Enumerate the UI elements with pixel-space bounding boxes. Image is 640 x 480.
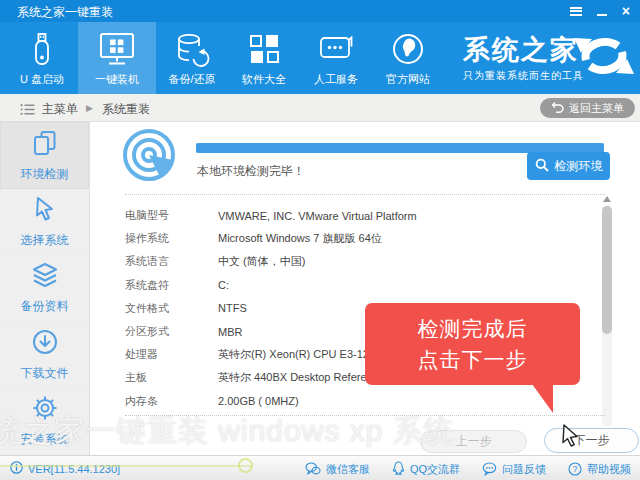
nav-tab-backup-restore[interactable]: 备份/还原 (156, 22, 228, 94)
nav-tab-label: U 盘启动 (20, 72, 64, 87)
nav-tab-official-website[interactable]: 官方网站 (372, 22, 444, 94)
scroll-up-icon[interactable] (603, 196, 611, 202)
spec-value: MBR (218, 326, 242, 338)
window-title: 系统之家一键重装 (17, 4, 113, 21)
spec-label: 处理器 (125, 347, 218, 362)
sidebar-item-label: 选择系统 (21, 232, 69, 249)
select-system-icon (30, 194, 60, 227)
status-link-label: 微信客服 (326, 462, 370, 477)
status-link-label: 问题反馈 (502, 462, 546, 477)
spec-label: 操作系统 (125, 231, 218, 246)
qq-group-link[interactable]: QQ交流群 (392, 461, 460, 478)
spec-label: 内存条 (125, 394, 218, 409)
status-link-label: QQ交流群 (410, 462, 460, 477)
spec-value: C: (218, 279, 229, 291)
qq-icon (392, 461, 405, 478)
breadcrumb-current-page: 系统重装 (102, 101, 150, 118)
spec-value: VMWARE, INC. VMware Virtual Platform (218, 210, 417, 222)
main-content: 本地环境检测完毕！ 检测环境 电脑型号VMWARE, INC. VMware V… (90, 122, 640, 455)
sidebar-item-backup-data[interactable]: 备份资料 (0, 255, 89, 322)
spec-row: 系统语言中文 (简体，中国) (125, 250, 580, 273)
video-scrubber-line (0, 465, 252, 467)
spec-row: 电脑型号VMWARE, INC. VMware Virtual Platform (125, 204, 580, 227)
breadcrumb: 主菜单 ▶ 系统重装 返回主菜单 (0, 94, 640, 122)
app-window: 系统之家一键重装 × U 盘启动 一键装机 备份/还原 (0, 0, 640, 480)
wechat-support-link[interactable]: 微信客服 (305, 461, 370, 478)
sidebar-item-env-detect[interactable]: 环境检测 (0, 122, 89, 189)
usb-drive-icon (30, 29, 54, 69)
search-icon (535, 158, 549, 175)
help-video-link[interactable]: ? 帮助视频 (568, 461, 631, 478)
nav-tab-one-key-install[interactable]: 一键装机 (78, 22, 156, 94)
brand-logo: 系统之家 只为重装系统而生的工具 (440, 22, 640, 94)
return-button-label: 返回主菜单 (569, 101, 624, 116)
video-scrubber-knob (238, 458, 253, 473)
one-key-install-icon (98, 29, 136, 69)
mouse-cursor-icon (560, 424, 581, 451)
spec-value: 2.00GB ( 0MHZ) (218, 395, 299, 407)
download-file-icon (30, 327, 60, 360)
menu-list-icon (20, 102, 35, 120)
info-icon (10, 461, 23, 476)
spec-label: 主板 (125, 370, 218, 385)
callout-tail (532, 384, 553, 413)
sidebar-steps: 环境检测 选择系统 备份资料 下载文件 安装系统 (0, 122, 90, 455)
content-scrollbar (601, 196, 614, 436)
status-links: 微信客服 QQ交流群 问题反馈 ? 帮助视频 (305, 461, 631, 478)
window-controls: × (570, 0, 630, 22)
nav-tab-usb-boot[interactable]: U 盘启动 (6, 22, 78, 94)
title-bar: 系统之家一键重装 × (0, 0, 640, 22)
backup-data-icon (30, 260, 60, 293)
brand-tagline: 只为重装系统而生的工具 (463, 69, 584, 83)
detect-environment-button[interactable]: 检测环境 (527, 152, 610, 180)
next-step-button[interactable]: 下一步 (544, 428, 639, 453)
version-info: VER[11.5.44.1230] (10, 461, 120, 476)
spec-value: 中文 (简体，中国) (218, 254, 305, 269)
sidebar-item-label: 备份资料 (21, 298, 69, 315)
close-icon[interactable]: × (622, 0, 630, 22)
return-main-menu-button[interactable]: 返回主菜单 (540, 98, 635, 118)
nav-tab-software-collection[interactable]: 软件大全 (228, 22, 300, 94)
breadcrumb-main-menu[interactable]: 主菜单 (42, 101, 78, 118)
window-menu-icon[interactable] (570, 7, 582, 16)
swirl-arrows-icon (572, 32, 636, 84)
spec-value: NTFS (218, 302, 247, 314)
spec-row: 操作系统Microsoft Windows 7 旗舰版 64位 (125, 227, 580, 250)
tutorial-callout: 检测完成后 点击下一步 (365, 303, 580, 385)
spec-label: 文件格式 (125, 301, 218, 316)
nav-tab-customer-service[interactable]: 人工服务 (300, 22, 372, 94)
dotted-divider (125, 194, 605, 195)
feedback-link[interactable]: 问题反馈 (482, 461, 546, 478)
nav-tab-label: 官方网站 (386, 72, 430, 87)
scrollbar-thumb[interactable] (602, 206, 612, 334)
brand-name: 系统之家 (463, 32, 579, 68)
detect-status-message: 本地环境检测完毕！ (197, 163, 305, 180)
official-website-icon (390, 29, 426, 69)
nav-tab-label: 软件大全 (242, 72, 286, 87)
return-arrow-icon (551, 101, 564, 116)
status-bar: VER[11.5.44.1230] 微信客服 QQ交流群 问题反馈 (0, 455, 640, 480)
nav-tab-label: 备份/还原 (168, 72, 215, 87)
video-watermark: 统之家一键重装 windows xp 系统 (0, 411, 455, 452)
minimize-icon[interactable] (597, 14, 607, 16)
sidebar-item-label: 下载文件 (21, 365, 69, 382)
nav-tab-label: 一键装机 (95, 72, 139, 87)
backup-restore-icon (174, 29, 210, 69)
spec-label: 电脑型号 (125, 208, 218, 223)
sidebar-item-download-files[interactable]: 下载文件 (0, 322, 89, 389)
svg-text:?: ? (573, 463, 578, 473)
nav-tab-label: 人工服务 (314, 72, 358, 87)
sidebar-item-label: 环境检测 (21, 166, 69, 183)
spec-label: 分区形式 (125, 324, 218, 339)
sidebar-item-select-system[interactable]: 选择系统 (0, 189, 89, 256)
radar-scan-icon (121, 127, 177, 187)
env-detect-icon (30, 128, 60, 161)
callout-line1: 检测完成后 (418, 313, 528, 345)
spec-row: 系统盘符C: (125, 274, 580, 297)
callout-line2: 点击下一步 (418, 344, 528, 376)
spec-label: 系统语言 (125, 254, 218, 269)
spec-row: 内存条2.00GB ( 0MHZ) (125, 390, 580, 413)
status-link-label: 帮助视频 (587, 462, 631, 477)
feedback-icon (482, 462, 497, 478)
help-video-icon: ? (568, 462, 582, 478)
